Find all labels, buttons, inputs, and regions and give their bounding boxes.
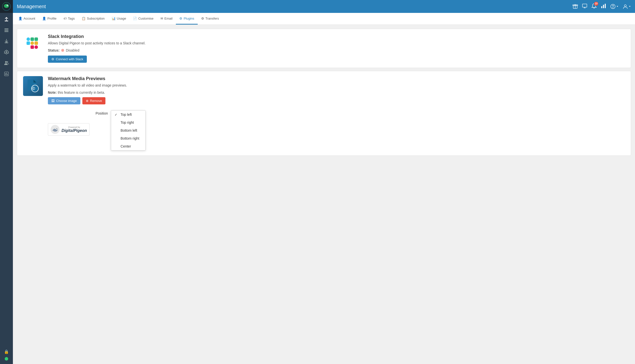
plugins-icon: ⚙ [179,16,182,20]
profile-icon: 👤 [42,16,46,20]
watermark-brand: Powered by DigitalPigeon [62,126,87,133]
watermark-logo: © [23,76,43,96]
slack-status-value: Disabled [66,48,79,52]
choose-image-label: Choose image [56,99,77,103]
tab-profile-label: Profile [47,16,57,20]
connect-slack-button[interactable]: ⚙ Connect with Slack [48,56,87,63]
tags-icon: 🏷 [64,16,67,20]
choose-image-button[interactable]: 🖼 Choose image [48,97,80,104]
position-label: Position [96,110,108,115]
tab-customise[interactable]: 📄 Customise [130,13,157,24]
watermark-note: Note: this feature is currently in beta. [48,90,625,95]
sidebar-item-list[interactable] [0,25,13,36]
customise-icon: 📄 [133,16,137,20]
watermark-plugin-info: Watermark Media Previews Apply a waterma… [48,76,625,150]
sidebar-item-upload[interactable] [0,14,13,25]
brand-name: DigitalPigeon [62,128,87,133]
svg-point-3 [8,5,8,6]
remove-icon: ⊗ [86,99,89,103]
choose-image-icon: 🖼 [51,99,55,103]
tab-usage[interactable]: 📊 Usage [108,13,130,24]
remove-label: Remove [90,99,102,103]
tab-profile[interactable]: 👤 Profile [39,13,60,24]
svg-point-39 [57,128,57,129]
option-bottom-left: Bottom left [121,128,137,132]
option-top-left: Top left [121,112,132,116]
svg-point-10 [5,61,7,63]
slack-logo [23,34,43,54]
gift-icon[interactable] [572,3,578,10]
svg-point-1 [4,4,9,8]
position-option-bottom-left[interactable]: Bottom left [111,126,145,134]
svg-point-24 [613,8,613,8]
tab-plugins[interactable]: ⚙ Plugins [176,13,198,24]
tab-account[interactable]: 👤 Account [15,13,39,24]
svg-point-9 [6,51,7,53]
position-option-center[interactable]: Center [111,142,145,150]
page-title: Management [17,4,46,10]
slack-button-icon: ⚙ [51,57,54,61]
lock-icon[interactable]: 🔒 [0,346,13,357]
position-section: Position ✓ Top left Top right [96,110,146,150]
sidebar-item-reports[interactable] [0,68,13,79]
sidebar-logo[interactable] [0,0,13,13]
svg-rect-27 [27,42,30,45]
powered-by-text: Powered by [68,126,80,128]
svg-rect-21 [603,5,604,8]
position-option-top-right[interactable]: Top right [111,118,145,126]
tab-tags-label: Tags [68,16,75,20]
notifications-icon[interactable]: 10 [591,3,597,10]
note-text: this feature is currently in beta. [58,90,105,94]
sidebar-item-settings[interactable] [0,46,13,58]
tab-email[interactable]: ✉ Email [157,13,176,24]
sidebar-item-download[interactable] [0,36,13,46]
option-top-right: Top right [121,120,134,124]
svg-rect-6 [5,30,9,31]
svg-rect-8 [5,42,8,43]
user-icon[interactable] [622,4,631,9]
svg-rect-4 [5,20,8,21]
remove-button[interactable]: ⊗ Remove [82,97,106,104]
tab-customise-label: Customise [138,16,153,20]
transfers-icon: ⚙ [201,16,204,20]
check-icon: ✓ [115,113,119,116]
watermark-action-buttons: 🖼 Choose image ⊗ Remove [48,97,625,104]
chart-icon[interactable] [601,3,606,10]
watermark-plugin-title: Watermark Media Previews [48,76,625,81]
svg-rect-29 [31,42,34,45]
account-icon: 👤 [18,16,22,20]
pigeon-preview-icon [51,125,60,134]
svg-rect-19 [582,4,587,7]
slack-status-label: Status: [48,48,60,52]
tab-navigation: 👤 Account 👤 Profile 🏷 Tags 📋 Subscriptio… [13,13,635,25]
position-option-bottom-right[interactable]: Bottom right [111,134,145,142]
app-logo [2,2,11,11]
header-actions: 10 [572,3,631,10]
help-icon[interactable] [610,4,619,9]
connect-slack-label: Connect with Slack [56,57,83,61]
watermark-plugin-description: Apply a watermark to all video and image… [48,83,625,88]
svg-rect-13 [5,73,6,75]
option-bottom-right: Bottom right [121,136,139,140]
svg-point-11 [7,62,8,63]
svg-rect-15 [7,74,8,75]
watermark-description-text: Apply a watermark to all video and image… [48,83,127,87]
slack-plugin-title: Slack Integration [48,34,625,39]
watermark-plugin-header: © Watermark Media Previews Apply a water… [23,76,625,150]
tab-tags[interactable]: 🏷 Tags [60,13,78,24]
tab-account-label: Account [24,16,35,20]
slack-plugin-card: Slack Integration Allows Digital Pigeon … [17,29,631,68]
position-option-top-left[interactable]: ✓ Top left [111,110,145,118]
tab-transfers-label: Transfers [205,16,219,20]
position-dropdown-menu: ✓ Top left Top right B [111,110,146,150]
svg-rect-33 [35,38,38,41]
tab-plugins-label: Plugins [184,16,194,20]
svg-rect-14 [6,73,7,75]
svg-rect-20 [601,6,602,8]
tab-transfers[interactable]: ⚙ Transfers [198,13,222,24]
tab-subscription[interactable]: 📋 Subscription [78,13,108,24]
svg-rect-28 [31,38,34,41]
monitor-icon[interactable] [582,3,587,10]
position-dropdown: ✓ Top left Top right B [111,110,146,150]
sidebar-item-users[interactable] [0,58,13,68]
